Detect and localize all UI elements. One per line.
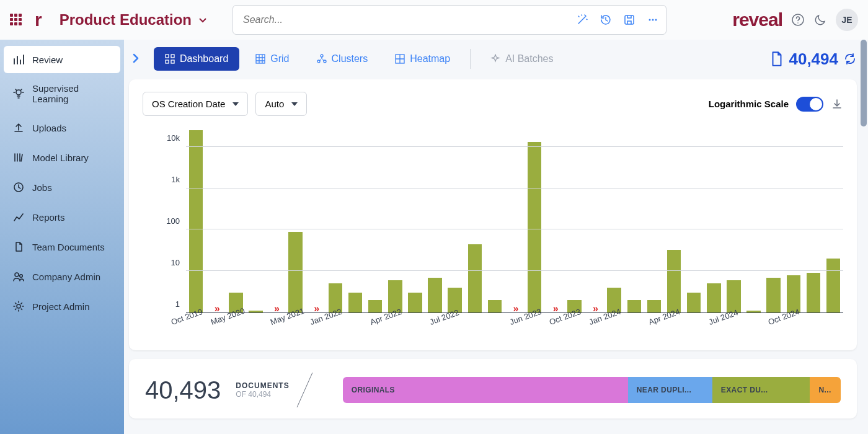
svg-rect-12 [166,60,169,63]
svg-point-3 [655,19,657,21]
users-icon [12,270,25,283]
tab-clusters[interactable]: Clusters [306,47,379,71]
chart-card: OS Creation Date Auto Logarithmic Scale … [129,79,857,350]
summary-count: 40,493 [145,376,221,404]
y-tick: 10 [171,258,180,267]
doc-count: 40,494 [770,50,857,69]
svg-point-8 [20,275,23,278]
sidebar-item-label: Model Library [32,153,89,163]
interval-selector[interactable]: Auto [255,92,307,116]
bar[interactable] [189,130,203,312]
tab-dashboard[interactable]: Dashboard [154,47,239,71]
segment-bar: ORIGINALSNEAR DUPLI...EXACT DU...N... [343,377,841,403]
log-scale-toggle[interactable] [796,97,823,112]
bar[interactable] [408,293,422,312]
bar[interactable] [288,232,302,313]
bar[interactable] [787,275,800,312]
log-scale-label: Logarithmic Scale [709,99,789,109]
sidebar-item-model-library[interactable]: Model Library [4,144,120,171]
interval-selector-value: Auto [265,99,284,109]
bar[interactable] [627,300,641,312]
svg-point-9 [17,304,20,308]
more-icon[interactable] [647,14,659,26]
field-selector-value: OS Creation Date [152,99,225,109]
refresh-icon[interactable] [843,52,857,66]
segment[interactable]: N... [810,377,841,403]
y-tick: 1k [171,174,180,184]
bar[interactable] [368,300,382,312]
svg-rect-11 [171,55,174,58]
document-icon [12,241,25,253]
sidebar-item-label: Uploads [32,123,66,133]
upload-icon [12,122,25,134]
bar[interactable] [707,283,720,312]
sidebar: Review Supervised Learning Uploads Model… [0,40,124,434]
sidebar-item-project-admin[interactable]: Project Admin [4,293,120,320]
tab-grid[interactable]: Grid [244,47,300,71]
bar[interactable] [746,311,760,312]
y-tick: 100 [166,216,180,226]
gear-icon [12,300,25,312]
brand-word: reveal [732,9,782,30]
grid-icon [255,54,265,64]
help-icon[interactable] [791,13,805,27]
y-tick: 1 [175,299,180,309]
caret-down-icon [291,102,298,106]
svg-point-7 [15,273,19,277]
sidebar-item-team-documents[interactable]: Team Documents [4,233,120,260]
svg-point-2 [652,19,654,21]
scrollbar[interactable] [861,40,867,434]
bar[interactable] [766,278,780,312]
tab-ai-batches[interactable]: AI Batches [479,47,564,71]
history-icon[interactable] [600,14,612,26]
sidebar-item-jobs[interactable]: Jobs [4,174,120,201]
bar[interactable] [667,250,681,312]
sidebar-item-uploads[interactable]: Uploads [4,114,120,141]
svg-point-1 [649,19,651,21]
magic-wand-icon[interactable] [576,14,588,26]
bar[interactable] [687,293,701,312]
bar[interactable] [249,311,262,312]
caret-down-icon [232,102,239,106]
svg-point-5 [16,90,21,95]
avatar[interactable]: JE [836,9,858,31]
bar[interactable] [468,244,482,312]
app-grid-icon[interactable] [10,14,22,26]
sparkle-icon [490,54,500,64]
sidebar-item-supervised-learning[interactable]: Supervised Learning [4,76,120,112]
workspace-switcher[interactable]: Product Education [60,11,208,29]
bar[interactable] [826,259,840,312]
sidebar-item-company-admin[interactable]: Company Admin [4,263,120,290]
segment[interactable]: NEAR DUPLI... [628,377,712,403]
sidebar-item-label: Review [32,55,63,65]
sidebar-item-label: Jobs [32,182,52,193]
sidebar-item-review[interactable]: Review [4,46,120,73]
segment[interactable]: ORIGINALS [343,377,628,403]
field-selector[interactable]: OS Creation Date [143,92,248,116]
tab-label: Clusters [332,53,368,64]
sidebar-item-reports[interactable]: Reports [4,203,120,231]
tab-heatmap[interactable]: Heatmap [384,47,461,71]
summary-label: DOCUMENTS [236,381,289,390]
library-icon [12,151,25,164]
summary-card: 40,493 DOCUMENTS OF 40,494 ORIGINALSNEAR… [129,359,857,418]
bar[interactable] [348,293,362,312]
moon-icon[interactable] [813,13,827,27]
bar[interactable] [428,278,441,312]
sidebar-item-label: Reports [32,212,65,223]
chart: 1101001k10k »»»»»» Oct 2019May 2020May 2… [143,127,843,338]
svg-point-15 [321,55,323,57]
bar[interactable] [528,142,541,312]
download-icon[interactable] [831,98,843,110]
tab-label: Dashboard [180,53,228,64]
divider [296,373,330,407]
tab-label: Grid [270,53,289,64]
save-icon[interactable] [623,14,636,26]
bar[interactable] [647,300,661,312]
bar[interactable] [488,300,502,312]
collapse-sidebar-icon[interactable] [131,52,140,64]
segment[interactable]: EXACT DU... [712,377,810,403]
tab-label: AI Batches [505,53,553,64]
y-tick: 10k [167,133,180,142]
bar[interactable] [807,273,820,312]
